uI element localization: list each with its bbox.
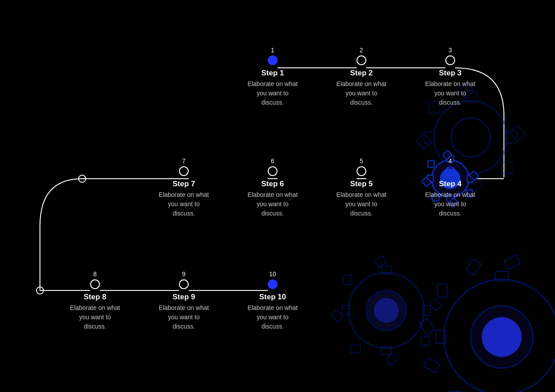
step-title-7: Step 7 (157, 180, 210, 188)
svg-point-12 (79, 175, 86, 182)
svg-point-42 (374, 298, 399, 323)
svg-rect-60 (436, 330, 446, 344)
step-circle-6 (268, 166, 278, 176)
step-desc-1: Elaborate on what you want to discuss. (246, 79, 299, 107)
svg-rect-45 (423, 306, 431, 315)
svg-rect-49 (386, 353, 398, 365)
step-title-5: Step 5 (335, 180, 388, 188)
svg-point-41 (366, 290, 406, 330)
step-circle-1 (268, 55, 278, 65)
step-node-4: 4 Step 4 Elaborate on what you want to d… (424, 157, 477, 218)
step-node-6: 6 Step 6 Elaborate on what you want to d… (246, 157, 299, 218)
step-title-4: Step 4 (424, 180, 477, 188)
step-desc-9: Elaborate on what you want to discuss. (157, 303, 210, 331)
svg-point-55 (471, 306, 533, 368)
step-title-2: Step 2 (335, 69, 388, 78)
step-title-3: Step 3 (424, 69, 477, 78)
step-desc-8: Elaborate on what you want to discuss. (68, 303, 122, 331)
step-number-2: 2 (335, 47, 388, 54)
svg-rect-47 (429, 298, 441, 311)
step-circle-4 (445, 166, 455, 176)
step-node-9: 9 Step 9 Elaborate on what you want to d… (157, 270, 210, 331)
svg-rect-21 (501, 162, 512, 173)
step-number-8: 8 (68, 270, 122, 278)
step-node-3: 3 Step 3 Elaborate on what you want to d… (424, 47, 477, 107)
step-circle-9 (179, 279, 189, 289)
step-node-10: 10 Step 10 Elaborate on what you want to… (246, 270, 299, 331)
step-number-5: 5 (335, 157, 388, 165)
svg-rect-71 (504, 255, 520, 270)
svg-rect-67 (424, 358, 440, 373)
step-circle-7 (179, 166, 189, 176)
svg-point-54 (444, 279, 555, 392)
step-desc-4: Elaborate on what you want to discuss. (424, 190, 477, 218)
svg-rect-52 (344, 275, 352, 285)
svg-rect-46 (342, 306, 350, 315)
step-title-9: Step 9 (157, 293, 210, 302)
step-desc-3: Elaborate on what you want to discuss. (424, 79, 477, 107)
svg-rect-24 (416, 133, 432, 149)
svg-rect-53 (374, 255, 387, 268)
step-number-4: 4 (424, 157, 477, 165)
step-number-7: 7 (157, 157, 210, 165)
step-node-1: 1 Step 1 Elaborate on what you want to d… (246, 47, 299, 107)
svg-rect-70 (466, 259, 481, 275)
step-circle-5 (357, 166, 366, 176)
svg-rect-57 (495, 271, 508, 281)
step-number-6: 6 (246, 157, 299, 165)
step-title-8: Step 8 (68, 293, 122, 302)
svg-rect-68 (419, 318, 434, 335)
step-node-5: 5 Step 5 Elaborate on what you want to d… (335, 157, 388, 218)
svg-rect-51 (331, 310, 344, 322)
step-circle-8 (90, 279, 100, 289)
svg-point-56 (482, 317, 522, 357)
svg-rect-44 (381, 347, 391, 355)
step-circle-3 (445, 55, 455, 65)
svg-rect-18 (506, 132, 517, 143)
svg-rect-69 (437, 284, 447, 297)
svg-rect-20 (510, 125, 526, 141)
step-node-8: 8 Step 8 Elaborate on what you want to d… (68, 270, 122, 331)
step-desc-7: Elaborate on what you want to discuss. (157, 190, 210, 218)
svg-rect-48 (421, 336, 429, 346)
step-desc-6: Elaborate on what you want to discuss. (246, 190, 299, 218)
step-number-9: 9 (157, 270, 210, 278)
svg-rect-50 (351, 345, 361, 353)
step-number-1: 1 (246, 47, 299, 54)
step-desc-2: Elaborate on what you want to discuss. (335, 79, 388, 107)
step-number-3: 3 (424, 47, 477, 54)
step-number-10: 10 (246, 270, 299, 278)
step-circle-2 (357, 55, 366, 65)
page: 1 Step 1 Elaborate on what you want to d… (0, 0, 555, 392)
step-node-2: 2 Step 2 Elaborate on what you want to d… (335, 47, 388, 107)
svg-rect-19 (424, 132, 435, 143)
svg-point-40 (349, 273, 424, 348)
step-desc-5: Elaborate on what you want to discuss. (335, 190, 388, 218)
svg-point-15 (451, 118, 490, 157)
step-title-10: Step 10 (246, 293, 299, 302)
step-title-1: Step 1 (246, 69, 299, 78)
step-title-6: Step 6 (246, 180, 299, 188)
step-circle-10 (268, 279, 278, 289)
svg-rect-43 (381, 266, 391, 274)
step-desc-10: Elaborate on what you want to discuss. (246, 303, 299, 331)
svg-point-13 (36, 287, 44, 294)
step-node-7: 7 Step 7 Elaborate on what you want to d… (157, 157, 210, 218)
